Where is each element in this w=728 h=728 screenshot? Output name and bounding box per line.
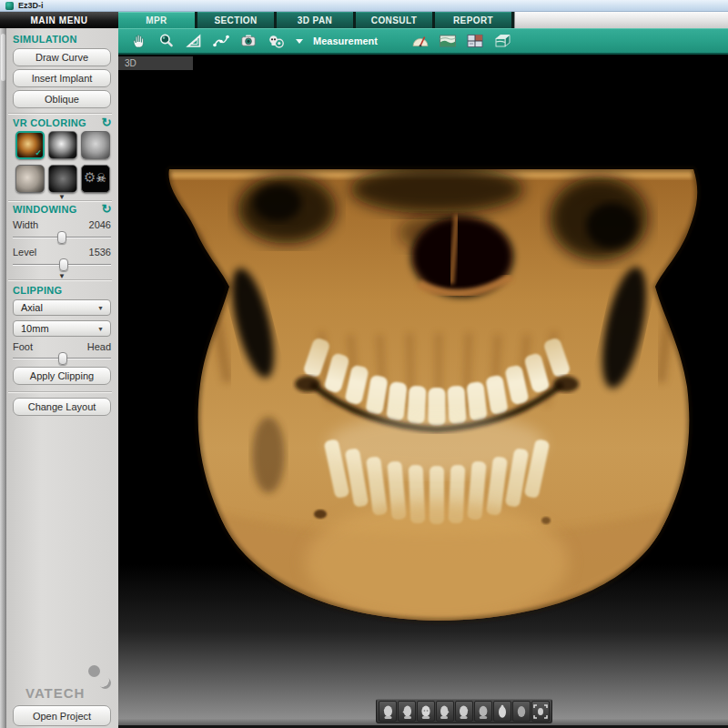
application-window: Ez3D-i MAIN MENU MPR SECTION 3D PAN CONS… bbox=[0, 0, 728, 728]
panorama-view-icon[interactable] bbox=[434, 29, 461, 53]
tab-strip-filler bbox=[514, 12, 728, 28]
vr-preset-bone-grayscale[interactable] bbox=[48, 131, 77, 159]
level-slider[interactable] bbox=[13, 264, 111, 266]
clipping-thickness-value: 10mm bbox=[21, 323, 49, 334]
open-project-button[interactable]: Open Project bbox=[13, 705, 111, 726]
fit-view-icon[interactable] bbox=[531, 701, 550, 722]
clipping-range-slider-thumb[interactable] bbox=[58, 352, 67, 365]
clipping-plane-select[interactable]: Axial ▼ bbox=[13, 299, 111, 316]
windowing-width-value: 2046 bbox=[89, 219, 111, 230]
head-bottom-icon[interactable] bbox=[512, 701, 531, 722]
tab-section[interactable]: SECTION bbox=[197, 12, 274, 28]
vr-preset-soft-tissue[interactable] bbox=[15, 165, 45, 193]
pan-hand-icon[interactable] bbox=[126, 29, 153, 53]
windowing-level-value: 1536 bbox=[89, 247, 111, 258]
head-front-left-icon[interactable] bbox=[379, 701, 397, 722]
orientation-preset-bar bbox=[376, 699, 552, 723]
3d-render-viewport[interactable]: 3D bbox=[118, 55, 728, 728]
clipping-plane-value: Axial bbox=[21, 302, 43, 313]
tab-bar: MAIN MENU MPR SECTION 3D PAN CONSULT REP… bbox=[0, 12, 728, 28]
level-slider-thumb[interactable] bbox=[59, 258, 68, 271]
head-back-icon[interactable] bbox=[474, 701, 492, 722]
draw-curve-button[interactable]: Draw Curve bbox=[13, 48, 111, 66]
main-toolbar: Measurement bbox=[118, 28, 728, 55]
capture-camera-icon[interactable] bbox=[235, 29, 262, 53]
head-front-right-icon[interactable] bbox=[455, 701, 473, 722]
view-type-label: 3D bbox=[118, 56, 193, 70]
head-right-icon[interactable] bbox=[436, 701, 454, 722]
simulation-section-title: SIMULATION bbox=[13, 34, 77, 45]
draw-curve-icon[interactable] bbox=[207, 29, 235, 53]
window-title: Ez3D-i bbox=[18, 1, 44, 10]
clipping-foot-label: Foot bbox=[13, 341, 33, 352]
left-panel: SIMULATION Draw Curve Insert Implant Obl… bbox=[0, 28, 118, 728]
vatech-logo-dot-icon bbox=[88, 665, 100, 677]
tab-report[interactable]: REPORT bbox=[435, 12, 511, 28]
vatech-brand-text: VATECH bbox=[25, 685, 85, 701]
tab-mpr[interactable]: MPR bbox=[118, 12, 195, 28]
chevron-down-icon: ▼ bbox=[97, 305, 104, 311]
vr-preset-bone-color[interactable]: ✓ bbox=[15, 131, 45, 159]
vr-coloring-section-title: VR COLORING bbox=[13, 117, 86, 128]
apply-clipping-button[interactable]: Apply Clipping bbox=[13, 367, 111, 385]
panel-edge bbox=[0, 28, 6, 728]
section-divider bbox=[8, 279, 112, 281]
head-left-icon[interactable] bbox=[398, 701, 416, 722]
clipping-section-title: CLIPPING bbox=[13, 285, 62, 296]
windowing-width-label: Width bbox=[13, 219, 38, 230]
measurement-tool-button[interactable]: Measurement bbox=[313, 35, 378, 46]
measurement-dropdown-caret-icon[interactable] bbox=[289, 29, 309, 53]
gear-icon: ⚙ bbox=[84, 169, 96, 186]
vr-preset-mip-dark[interactable] bbox=[48, 165, 77, 193]
windowing-level-label: Level bbox=[13, 247, 36, 258]
windowing-refresh-icon[interactable]: ↻ bbox=[100, 203, 113, 216]
insert-implant-button[interactable]: Insert Implant bbox=[13, 69, 111, 87]
change-layout-button[interactable]: Change Layout bbox=[13, 398, 111, 416]
skull-volume-render bbox=[118, 55, 728, 728]
skull-icon: ☠ bbox=[96, 171, 106, 185]
app-logo-icon bbox=[5, 2, 14, 10]
panel-scrollbar-thumb[interactable] bbox=[1, 34, 5, 81]
mpr-grid-view-icon[interactable] bbox=[461, 29, 489, 53]
width-slider-thumb[interactable] bbox=[57, 231, 66, 244]
chevron-down-icon: ▼ bbox=[97, 326, 104, 332]
oblique-button[interactable]: Oblique bbox=[13, 90, 111, 108]
vatech-logo-crescent-icon bbox=[99, 677, 111, 689]
head-front-icon[interactable] bbox=[417, 701, 435, 722]
tab-3d-pan[interactable]: 3D PAN bbox=[277, 12, 353, 28]
vatech-logo: VATECH bbox=[18, 665, 113, 705]
head-top-icon[interactable] bbox=[493, 701, 511, 722]
windowing-section-title: WINDOWING bbox=[13, 204, 77, 215]
volume-cube-icon[interactable] bbox=[489, 29, 516, 53]
vr-preset-custom-settings[interactable]: ⚙ ☠ bbox=[81, 165, 110, 193]
tab-consult[interactable]: CONSULT bbox=[356, 12, 432, 28]
main-menu-button[interactable]: MAIN MENU bbox=[0, 12, 118, 28]
vr-coloring-refresh-icon[interactable]: ↻ bbox=[100, 116, 113, 129]
width-slider[interactable] bbox=[13, 237, 111, 238]
clipping-thickness-select[interactable]: 10mm ▼ bbox=[13, 320, 111, 337]
section-divider bbox=[8, 113, 112, 115]
vr-preset-xray-soft[interactable] bbox=[81, 131, 110, 159]
clipping-head-label: Head bbox=[87, 341, 111, 352]
vr-skull-icon[interactable] bbox=[262, 29, 289, 53]
section-divider bbox=[8, 391, 112, 393]
section-divider bbox=[8, 200, 112, 202]
clipping-range-slider[interactable] bbox=[13, 358, 111, 359]
measure-ruler-icon[interactable] bbox=[180, 29, 207, 53]
angle-protractor-icon[interactable] bbox=[407, 29, 434, 53]
zoom-magnifier-icon[interactable] bbox=[153, 29, 180, 53]
check-icon: ✓ bbox=[35, 148, 42, 157]
title-bar: Ez3D-i bbox=[0, 0, 728, 12]
